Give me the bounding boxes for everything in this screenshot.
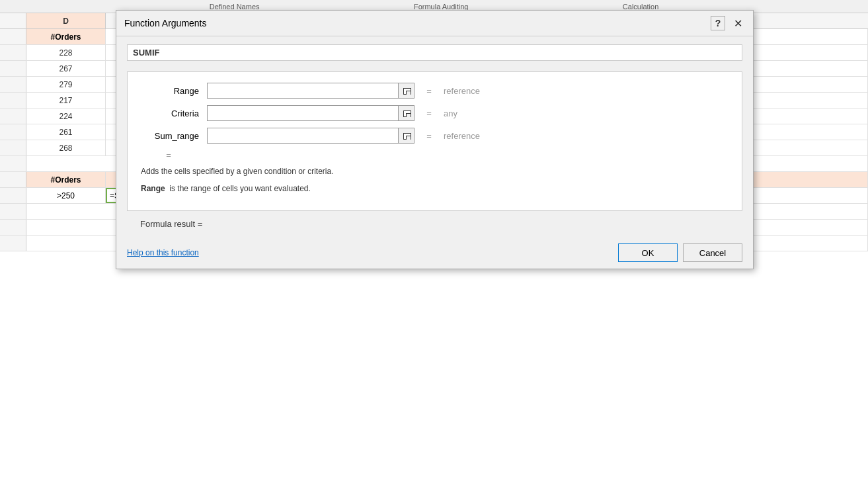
sum-range-equals: = xyxy=(422,131,436,141)
collapse-icon xyxy=(403,132,411,140)
row-num xyxy=(0,93,26,108)
dialog-title: Function Arguments xyxy=(124,18,207,28)
cell-d-5[interactable]: 224 xyxy=(26,108,106,124)
ok-button[interactable]: OK xyxy=(618,243,678,262)
criteria-equals: = xyxy=(422,108,436,118)
row-num xyxy=(0,140,26,155)
range-value: reference xyxy=(444,86,480,96)
row-num xyxy=(0,220,26,235)
cell-d-7[interactable]: 268 xyxy=(26,140,106,155)
range-collapse-button[interactable] xyxy=(399,83,414,99)
description-param: Range is the range of cells you want eva… xyxy=(141,183,729,195)
criteria-collapse-button[interactable] xyxy=(399,105,414,121)
row-num xyxy=(0,108,26,124)
arg-row-criteria: Criteria = any xyxy=(141,105,729,121)
description-area: Adds the cells specified by a given cond… xyxy=(141,160,729,200)
arg-row-sum-range: Sum_range = reference xyxy=(141,128,729,144)
formula-result-row-inner: = xyxy=(141,150,729,160)
row-num xyxy=(0,172,26,187)
ribbon-tab-formula-auditing: Formula Auditing xyxy=(401,3,482,11)
criteria-label: Criteria xyxy=(141,108,207,118)
sum-range-collapse-button[interactable] xyxy=(399,128,414,144)
footer-buttons: OK Cancel xyxy=(618,243,742,262)
range-equals: = xyxy=(422,86,436,96)
sum-range-input-wrap: = reference xyxy=(207,128,729,144)
formula-result-label: Formula result = xyxy=(140,219,202,229)
cell-d-6[interactable]: 261 xyxy=(26,124,106,140)
row-num xyxy=(0,236,26,251)
criteria-value: any xyxy=(444,108,457,118)
cell-d-3[interactable]: 279 xyxy=(26,77,106,92)
help-link[interactable]: Help on this function xyxy=(127,248,199,257)
row-num xyxy=(0,29,26,44)
cell-d-1[interactable]: 228 xyxy=(26,45,106,60)
param-desc: is the range of cells you want evaluated… xyxy=(169,184,310,193)
ribbon-tab-calculation: Calculation xyxy=(610,3,672,11)
row-num xyxy=(0,204,26,219)
row-num xyxy=(0,124,26,140)
cell-d-4[interactable]: 217 xyxy=(26,93,106,108)
row-num xyxy=(0,188,26,203)
summary-orders-header[interactable]: #Orders xyxy=(26,172,106,187)
row-num xyxy=(0,156,26,171)
summary-orders-data[interactable]: >250 xyxy=(26,188,106,203)
sum-range-value: reference xyxy=(444,131,480,141)
ribbon-tab-defined-names: Defined Names xyxy=(196,3,273,11)
dialog-titlebar: Function Arguments ? ✕ xyxy=(116,11,753,36)
collapse-icon xyxy=(403,109,411,117)
sum-range-input[interactable] xyxy=(207,128,399,144)
function-arguments-dialog: Function Arguments ? ✕ SUMIF Range = re xyxy=(116,10,754,269)
arg-row-range: Range = reference xyxy=(141,83,729,99)
range-input-wrap: = reference xyxy=(207,83,729,99)
range-input[interactable] xyxy=(207,83,399,99)
row-num xyxy=(0,77,26,92)
args-section: Range = reference Criteria xyxy=(127,71,742,211)
cell-d-2[interactable]: 267 xyxy=(26,61,106,76)
sum-range-label: Sum_range xyxy=(141,131,207,141)
ribbon-tabs: Defined Names Formula Auditing Calculati… xyxy=(0,3,868,11)
criteria-input[interactable] xyxy=(207,105,399,121)
row-num xyxy=(0,61,26,76)
cancel-button[interactable]: Cancel xyxy=(683,243,742,262)
cell-d-header[interactable]: #Orders xyxy=(26,29,106,44)
param-label: Range xyxy=(141,184,165,193)
dialog-content: SUMIF Range = reference Criteria xyxy=(116,36,753,237)
corner-cell xyxy=(0,13,26,28)
dialog-footer: Help on this function OK Cancel xyxy=(116,237,753,269)
criteria-input-wrap: = any xyxy=(207,105,729,121)
formula-result-label-row: Formula result = xyxy=(127,219,742,229)
range-label: Range xyxy=(141,86,207,96)
collapse-icon xyxy=(403,87,411,95)
col-header-d[interactable]: D xyxy=(26,13,106,28)
dialog-controls: ? ✕ xyxy=(711,16,745,30)
dialog-help-button[interactable]: ? xyxy=(711,16,725,30)
description-main: Adds the cells specified by a given cond… xyxy=(141,165,729,177)
result-equals-inner: = xyxy=(162,150,175,160)
function-name-label: SUMIF xyxy=(133,48,159,58)
function-name-bar: SUMIF xyxy=(127,44,742,61)
dialog-close-button[interactable]: ✕ xyxy=(730,16,745,30)
row-num xyxy=(0,45,26,60)
